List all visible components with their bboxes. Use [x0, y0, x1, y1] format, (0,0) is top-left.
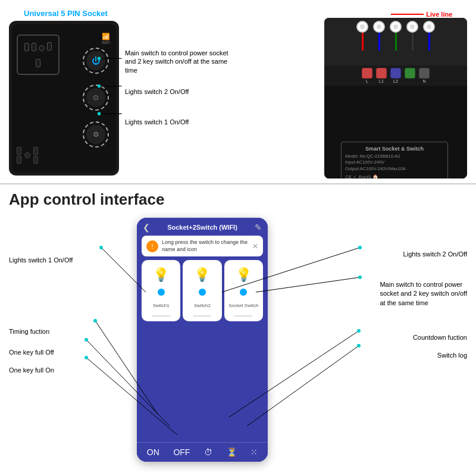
svg-point-20 [357, 329, 361, 333]
socket-face: 📶 WiFi ⏻ ⊙ [12, 24, 116, 173]
main-switch-bottom-label: Main switch to control powersocket and 2… [380, 280, 467, 308]
app-section-title: App control interface [9, 190, 467, 209]
switch-line-2 [193, 315, 211, 317]
switch-label-2: Switch2 [194, 303, 211, 308]
main-switch-button[interactable]: ⏻ [83, 48, 109, 74]
switch-log-label: Switch log [437, 352, 467, 359]
grid-icon: ⁙ [250, 447, 258, 457]
bulb-icon-1: 💡 [153, 267, 169, 283]
bottom-section: App control interface Lights switch 1 On… [0, 184, 476, 476]
phone-mockup: ❮ Socket+2Switch (WIFI) ✎ ! Long press t… [137, 218, 268, 462]
main-switch-annotation: Main switch to control power socket and … [125, 49, 229, 74]
notice-text: Long press the switch to change the name… [162, 239, 249, 253]
wiring-diagram: Live line Neutral line Ground line [238, 6, 470, 177]
device-input: Input:AC100V-240V [345, 159, 444, 166]
on-icon: ON [147, 447, 159, 457]
toggle-dot-2[interactable] [199, 289, 206, 296]
wiring-top [324, 18, 467, 65]
device-model: Model: No:QC-015BB10-A2 [345, 154, 444, 160]
socket-buttons: ⏻ ⊙ ⚙ [83, 48, 109, 148]
tab-grid[interactable]: ⁙ [250, 447, 258, 457]
one-key-off-label: One key full Off [9, 349, 54, 356]
switch-label-1: Switch1 [153, 303, 170, 308]
tab-off[interactable]: OFF [173, 447, 190, 457]
phone-back-button[interactable]: ❮ [143, 223, 150, 232]
socket-image-box: 📶 WiFi ⏻ ⊙ [9, 21, 119, 176]
timing-fuction-label: Timing fuction [9, 328, 49, 335]
device-info: Smart Socket & Switch Model: No:QC-015BB… [341, 142, 448, 179]
countdown-label: Countdown fuction [413, 334, 467, 341]
switch-panel-3[interactable]: 💡 Socket Switch [224, 260, 263, 321]
light-switch2-button[interactable]: ⊙ [83, 84, 109, 111]
live-line-label: Live line [426, 11, 452, 18]
tab-timer[interactable]: ⏱ [204, 447, 212, 457]
svg-line-11 [256, 277, 360, 292]
bulb-icon-2: 💡 [194, 267, 210, 283]
switch-line-1 [152, 315, 170, 317]
phone-edit-button[interactable]: ✎ [255, 223, 262, 232]
top-section: Universal 5 PIN Socket 📶 WiFi [0, 0, 476, 184]
socket-title: Universal 5 PIN Socket [24, 9, 108, 18]
svg-point-8 [99, 246, 103, 249]
toggle-dot-3[interactable] [240, 289, 247, 296]
light-switch1-button[interactable]: ⚙ [83, 121, 109, 148]
tab-hourglass[interactable]: ⏳ [227, 447, 237, 457]
tab-on[interactable]: ON [147, 447, 159, 457]
ce-rohs-logo: CE ✓ RoHS 🏠 [345, 174, 444, 178]
bulb-icon-3: 💡 [236, 267, 252, 283]
wiring-device-box: L L1 L2 N [324, 18, 467, 178]
timer-icon: ⏱ [204, 447, 212, 457]
svg-point-10 [358, 246, 362, 249]
switch-panels-row: 💡 Switch1 💡 Switch2 💡 Socket Switch [142, 260, 263, 321]
socket-diagram: Universal 5 PIN Socket 📶 WiFi [6, 6, 232, 177]
app-content: Lights switch 1 On/Off Timing fuction On… [9, 215, 467, 471]
svg-point-16 [84, 338, 88, 342]
light-switch2-annotation: Lights switch 2 On/Off [125, 87, 189, 96]
phone-header: ❮ Socket+2Switch (WIFI) ✎ [137, 218, 268, 236]
toggle-dot-1[interactable] [158, 289, 165, 296]
hourglass-icon: ⏳ [227, 447, 237, 457]
lights-switch1-bottom-label: Lights switch 1 On/Off [9, 256, 73, 264]
switch-line-3 [234, 315, 252, 317]
light-switch1-annotation: Lights switch 1 On/Off [125, 118, 189, 126]
svg-point-22 [357, 344, 361, 347]
svg-point-12 [358, 275, 362, 279]
phone-header-title: Socket+2Switch (WIFI) [167, 224, 237, 231]
device-output: Output:AC100V-240V/Max10A [345, 166, 444, 173]
svg-point-14 [93, 319, 97, 322]
switch-label-3: Socket Switch [228, 303, 258, 308]
device-title: Smart Socket & Switch [345, 146, 444, 152]
off-icon: OFF [173, 447, 190, 457]
phone-bottom-tabs: ON OFF ⏱ ⏳ ⁙ [137, 442, 268, 462]
notice-icon: ! [146, 240, 158, 252]
svg-point-18 [84, 356, 88, 359]
notice-close-button[interactable]: ✕ [252, 242, 258, 250]
phone-notice-banner: ! Long press the switch to change the na… [142, 236, 263, 256]
switch-panel-2[interactable]: 💡 Switch2 [183, 260, 221, 321]
lights-switch2-bottom-label: Lights switch 2 On/Off [403, 250, 467, 258]
switch-panel-1[interactable]: 💡 Switch1 [142, 260, 180, 321]
one-key-on-label: One key full On [9, 367, 54, 374]
wiring-info-box: Smart Socket & Switch Model: No:QC-015BB… [324, 86, 467, 178]
